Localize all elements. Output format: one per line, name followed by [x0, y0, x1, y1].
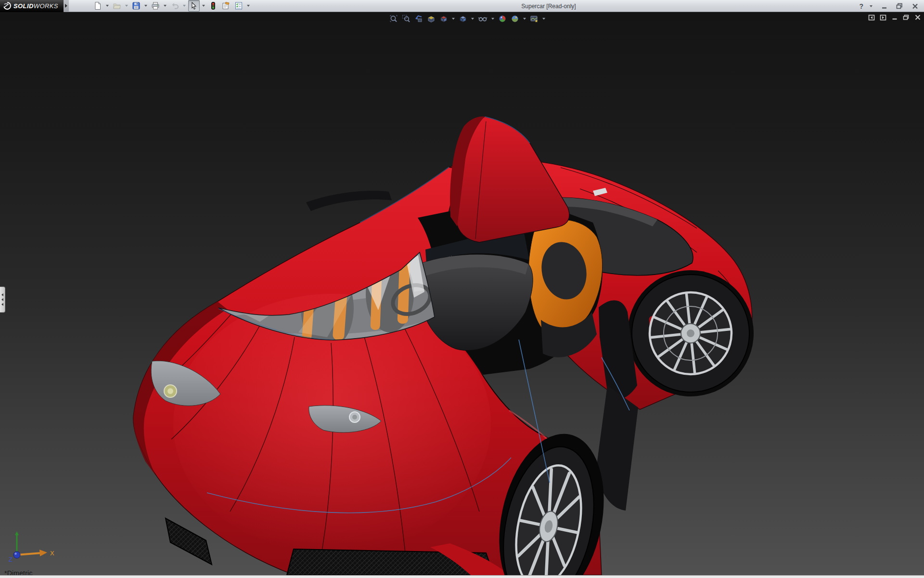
edit-appearance-button[interactable] [497, 13, 508, 24]
zoom-to-area-button[interactable] [400, 13, 412, 24]
main-toolbar [92, 0, 251, 12]
graphics-area[interactable]: X Z *Dimetric [0, 12, 924, 575]
triad-x-axis [17, 553, 41, 555]
section-view-icon [427, 14, 436, 23]
options-dropdown[interactable] [247, 5, 250, 7]
rebuild-button[interactable] [207, 0, 219, 12]
view-orientation-icon [439, 14, 448, 23]
edit-appearance-icon [498, 14, 507, 23]
view-settings-button[interactable] [528, 13, 540, 24]
select-button[interactable] [188, 0, 200, 12]
previous-view-icon [414, 14, 423, 23]
select-dropdown[interactable] [202, 5, 205, 7]
chevron-left-icon [1, 293, 3, 296]
new-button[interactable] [92, 0, 103, 12]
save-dropdown[interactable] [144, 5, 147, 7]
roof-vent [306, 191, 392, 211]
section-view-button[interactable] [425, 13, 437, 24]
apply-scene-icon [511, 14, 519, 23]
display-style-button[interactable] [457, 13, 469, 24]
view-settings-icon [530, 14, 539, 23]
display-style-dropdown[interactable] [471, 18, 474, 20]
chevron-left-icon [1, 303, 3, 306]
print-button[interactable] [150, 0, 161, 12]
select-cursor-icon [190, 1, 198, 10]
zoom-to-fit-button[interactable] [388, 13, 399, 24]
close-button[interactable] [910, 2, 920, 11]
print-dropdown[interactable] [164, 5, 167, 7]
hide-show-items-icon [478, 14, 488, 23]
title-bar: SOLIDWORKS [0, 0, 924, 12]
pane-previous-button[interactable] [868, 14, 875, 21]
doc-close-icon [915, 14, 921, 20]
triad-z-label: Z [9, 556, 13, 563]
feature-tree-collapse-tab[interactable] [0, 287, 5, 313]
print-icon [151, 1, 160, 10]
pane-next-button[interactable] [879, 14, 886, 21]
options-button[interactable] [233, 0, 244, 12]
apply-scene-dropdown[interactable] [523, 18, 526, 20]
doc-restore-button[interactable] [902, 14, 910, 21]
minimize-icon [881, 3, 887, 9]
open-folder-icon [113, 1, 121, 10]
window-controls: ? [859, 0, 920, 12]
minimize-button[interactable] [879, 2, 889, 11]
menu-expand-arrow[interactable] [64, 0, 69, 12]
brand-text: SOLIDWORKS [13, 2, 58, 10]
doc-restore-icon [903, 14, 909, 20]
display-style-icon [459, 14, 467, 23]
status-bar [0, 575, 924, 578]
zoom-to-area-icon [402, 14, 411, 23]
chevron-left-icon [1, 298, 3, 301]
headsup-view-toolbar [388, 13, 547, 24]
view-orientation-dropdown[interactable] [452, 18, 455, 20]
new-document-icon [93, 1, 102, 10]
save-floppy-icon [132, 1, 141, 10]
car-model[interactable] [0, 12, 924, 575]
open-button[interactable] [111, 0, 123, 12]
previous-view-button[interactable] [413, 13, 424, 24]
chevron-right-icon [65, 4, 67, 8]
undo-button[interactable] [169, 0, 180, 12]
view-settings-dropdown[interactable] [542, 18, 545, 20]
pane-next-icon [880, 14, 886, 21]
zoom-to-fit-icon [389, 14, 398, 23]
undo-arrow-icon [170, 1, 179, 10]
save-button[interactable] [130, 0, 142, 12]
undo-dropdown[interactable] [183, 5, 186, 7]
triad-x-label: X [50, 550, 54, 557]
rebuild-traffic-light-icon [209, 1, 218, 10]
file-properties-button[interactable] [220, 0, 232, 12]
solidworks-logo[interactable]: SOLIDWORKS [0, 0, 64, 12]
open-dropdown[interactable] [125, 5, 128, 7]
hide-show-items-dropdown[interactable] [491, 18, 494, 20]
view-orientation-button[interactable] [438, 13, 449, 24]
triad-z-axis [13, 552, 20, 558]
window-title: Supercar [Read-only] [521, 0, 576, 12]
restore-icon [896, 3, 903, 9]
doc-close-button[interactable] [914, 14, 921, 21]
document-window-controls [868, 14, 921, 21]
doc-minimize-icon [892, 14, 898, 20]
ds-logo-icon [3, 1, 12, 10]
options-checklist-icon [234, 1, 243, 10]
coordinate-triad: X Z [3, 530, 61, 566]
close-icon [912, 3, 918, 9]
help-dropdown[interactable] [870, 5, 873, 7]
help-button[interactable]: ? [859, 2, 863, 10]
pane-previous-icon [868, 14, 875, 21]
new-dropdown[interactable] [106, 5, 109, 7]
hide-show-items-button[interactable] [476, 13, 489, 24]
file-properties-icon [221, 1, 231, 10]
doc-minimize-button[interactable] [891, 14, 898, 21]
apply-scene-button[interactable] [509, 13, 521, 24]
restore-button[interactable] [894, 2, 905, 11]
